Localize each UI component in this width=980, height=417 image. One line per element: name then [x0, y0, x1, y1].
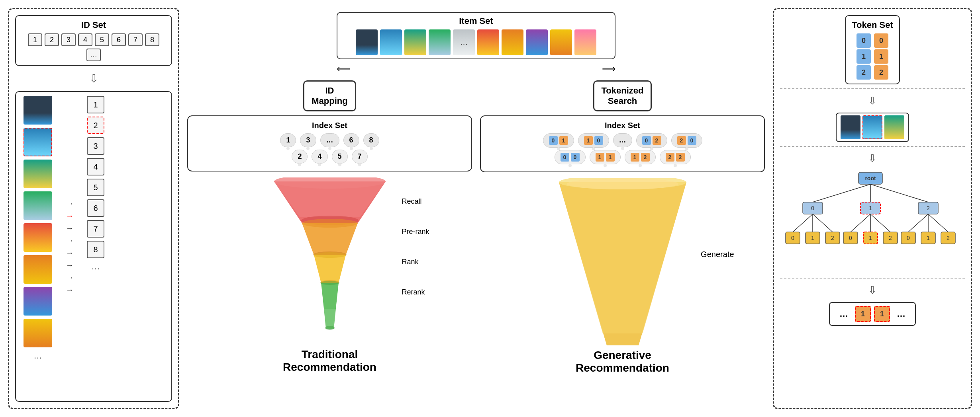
result-box: … 1 1 … — [829, 302, 916, 326]
token-orange-2: 2 — [874, 65, 888, 80]
gen-cloud-01: 01 — [543, 133, 574, 148]
id-cell-4: 4 — [78, 33, 92, 46]
book-2-highlighted — [24, 128, 52, 156]
gen-cloud-shape-22: 22 — [660, 150, 691, 164]
cloud-1: 1 — [280, 133, 296, 147]
svg-line-41 — [928, 214, 948, 232]
arr-2: → — [66, 211, 74, 220]
thumb-4 — [429, 29, 451, 55]
result-ellipsis-2: … — [893, 306, 909, 322]
id-mapping-box: ID Mapping — [303, 80, 356, 111]
id-cell-5: 5 — [95, 33, 109, 46]
id-cell-2: 2 — [45, 33, 59, 46]
svg-text:0: 0 — [907, 235, 910, 241]
recall-label: Recall — [402, 197, 429, 206]
cloud-8: 8 — [363, 133, 379, 147]
gen-cloud-shape-dots: … — [613, 133, 632, 147]
item-set-box: Item Set … — [337, 12, 615, 59]
svg-text:root: root — [865, 175, 876, 181]
svg-text:2: 2 — [889, 235, 892, 241]
gen-cloud-shape-00: 00 — [555, 150, 586, 164]
generative-title-line1: Generative — [576, 349, 669, 362]
thumb-1 — [356, 29, 378, 55]
small-book-1 — [841, 115, 860, 139]
arrow-3: ⇩ — [780, 284, 965, 296]
traditional-index-title: Index Set — [193, 121, 466, 130]
gen-cloud-shape-11: 11 — [590, 150, 621, 164]
arr-1: → — [66, 199, 74, 208]
num-1: 1 — [87, 96, 104, 113]
books-ellipsis: … — [33, 351, 42, 361]
id-cell-7: 7 — [128, 33, 143, 46]
book-8 — [24, 319, 52, 347]
cloud-row-2: 2 4 5 7 — [193, 150, 466, 164]
cloud-shape-2: 2 — [292, 150, 308, 164]
result-2: 1 — [874, 306, 890, 322]
rerank-label: Rerank — [402, 288, 429, 296]
arr-4: → — [66, 236, 74, 245]
generative-index-title: Index Set — [486, 121, 759, 130]
svg-text:2: 2 — [831, 235, 834, 241]
tokenized-label-1: Tokenized — [602, 86, 644, 96]
id-cell-1: 1 — [28, 33, 42, 46]
down-arrow-left: ⇩ — [15, 72, 172, 85]
result-ellipsis-1: … — [836, 306, 852, 322]
token-blue-2: 2 — [857, 65, 871, 80]
gen-cloud-row-2: 00 11 12 — [486, 150, 759, 164]
cloud-row-1: 1 3 … 6 8 — [193, 133, 466, 147]
left-arrow-from-item: ⟸ — [337, 63, 350, 74]
gen-cloud-20: 20 — [671, 133, 702, 148]
book-5 — [24, 223, 52, 252]
id-cell-8: 8 — [145, 33, 159, 46]
cloud-shape-5: 5 — [332, 150, 348, 164]
traditional-funnel-svg — [266, 177, 394, 345]
arr-5: → — [66, 248, 74, 257]
token-blue-0: 0 — [857, 33, 871, 48]
cloud-shape-8: 8 — [363, 133, 379, 147]
cloud-shape-4: 4 — [312, 150, 327, 164]
svg-point-4 — [314, 252, 346, 258]
right-arrow-from-item: ⟹ — [602, 63, 615, 74]
book-1 — [24, 96, 52, 125]
prerank-label: Pre-rank — [402, 228, 429, 236]
svg-text:2: 2 — [947, 235, 950, 241]
id-set-title: ID Set — [22, 20, 165, 30]
tokenized-search-box: Tokenized Search — [593, 80, 652, 111]
svg-text:0: 0 — [849, 235, 852, 241]
book-7 — [24, 287, 52, 316]
token-col-1: 0 1 2 — [857, 33, 871, 80]
gen-cloud-shape-01: 01 — [543, 133, 574, 148]
cloud-shape-1: 1 — [280, 133, 296, 147]
cloud-4: 4 — [312, 150, 327, 164]
main-container: ID Set 1 2 3 4 5 6 7 8 … ⇩ — [0, 0, 980, 417]
result-1: 1 — [855, 306, 871, 322]
svg-line-32 — [870, 214, 890, 232]
item-set-thumbnails: … — [356, 29, 596, 55]
svg-point-9 — [567, 178, 678, 189]
thumb-6 — [477, 29, 499, 55]
tree-svg: root 0 1 2 0 — [780, 170, 965, 274]
svg-line-30 — [851, 214, 870, 232]
numbers-column: 1 2 3 4 5 6 7 8 … — [84, 96, 108, 397]
cloud-3: 3 — [300, 133, 316, 147]
thumb-7 — [502, 29, 523, 55]
generative-funnel-svg — [547, 178, 698, 345]
cloud-shape-3: 3 — [300, 133, 316, 147]
generative-funnel-container: Generate — [480, 178, 765, 347]
gen-cloud-10: 10 — [578, 133, 609, 148]
thumb-8 — [526, 29, 548, 55]
arr-8: → — [66, 285, 74, 294]
arrow-2: ⇩ — [780, 152, 965, 165]
num-8: 8 — [87, 241, 104, 258]
id-row: 1 2 3 4 5 6 7 8 … — [22, 33, 165, 61]
id-set-box: ID Set 1 2 3 4 5 6 7 8 … — [15, 15, 172, 66]
token-set-section: Token Set 0 1 2 0 1 2 — [780, 15, 965, 89]
cloud-6: 6 — [343, 133, 359, 147]
svg-line-12 — [813, 184, 870, 202]
num-2-highlighted: 2 — [87, 117, 104, 134]
rank-label: Rank — [402, 258, 429, 266]
token-col-2: 0 1 2 — [874, 33, 888, 80]
generative-title: Generative Recommendation — [576, 349, 669, 374]
result-section: … 1 1 … — [780, 302, 965, 330]
gen-cloud-12: 12 — [625, 150, 656, 164]
